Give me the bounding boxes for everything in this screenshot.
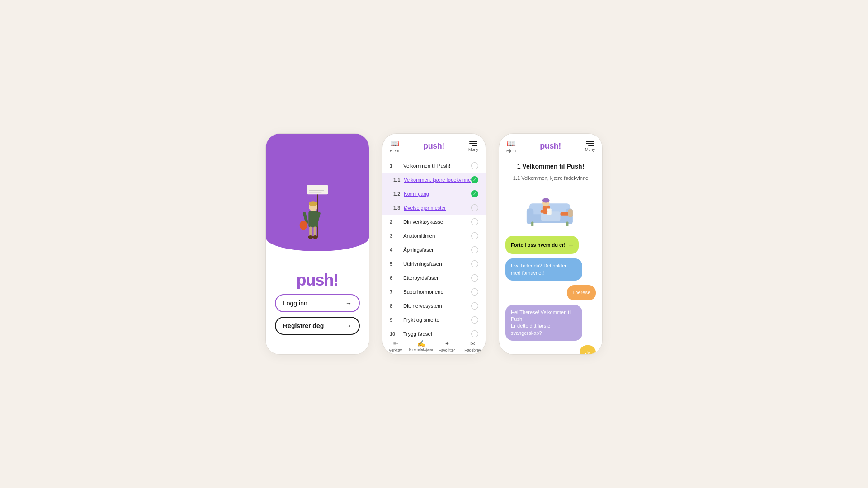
toc-item-8[interactable]: 8 Ditt nervesystem <box>382 299 486 313</box>
check-empty-icon <box>471 302 478 310</box>
chat-header: 📖 Hjem push! Meny <box>499 134 602 157</box>
nav-fodebrev[interactable]: ✉ Fødebrev <box>460 340 486 352</box>
menu-nav[interactable]: Meny <box>468 141 478 152</box>
check-empty-icon <box>471 288 478 296</box>
bubble-user-name: Therese <box>567 285 596 300</box>
svg-point-13 <box>300 221 307 230</box>
menu-icon-chat[interactable] <box>586 141 594 146</box>
couch-illustration <box>505 188 596 229</box>
book-icon-chat: 📖 <box>507 139 516 148</box>
check-empty-icon <box>471 232 478 239</box>
screen-login: push! Logg inn → Registrer deg → <box>265 133 369 355</box>
toc-item-1-1[interactable]: 1.1 Velkommen, kjære fødekvinne ✓ <box>382 173 486 187</box>
toc-item-7[interactable]: 7 Superhormonene <box>382 285 486 299</box>
toc-item-1-2[interactable]: 1.2 Kom i gang ✓ <box>382 187 486 201</box>
check-empty-icon <box>471 204 478 211</box>
toc-item-10[interactable]: 10 Trygg fødsel <box>382 327 486 337</box>
toc-item-1[interactable]: 1 Velkommen til Push! <box>382 159 486 173</box>
hero-illustration <box>297 182 338 251</box>
toc-item-9[interactable]: 9 Frykt og smerte <box>382 313 486 327</box>
verktoy-icon: ✏ <box>393 340 398 347</box>
svg-rect-20 <box>566 222 568 226</box>
chat-chapter-title: 1 Velkommen til Push! <box>505 163 596 170</box>
check-empty-icon <box>471 330 478 337</box>
svg-point-26 <box>542 198 549 202</box>
check-empty-icon <box>471 274 478 282</box>
svg-rect-1 <box>307 185 328 195</box>
bubble-question: Hva heter du? Det holder med fornavnet! <box>505 258 582 281</box>
home-nav[interactable]: 📖 Hjem <box>390 139 399 153</box>
svg-rect-23 <box>568 209 573 217</box>
check-empty-icon <box>471 162 478 169</box>
bottom-navigation: ✏ Verktøy ✍ Mine refleksjoner ✦ Favoritt… <box>382 337 486 354</box>
toc-header: 📖 Hjem push! Meny <box>382 134 486 157</box>
menu-nav-chat[interactable]: Meny <box>585 141 595 152</box>
app-logo-large: push! <box>297 271 339 290</box>
register-button[interactable]: Registrer deg → <box>275 317 360 335</box>
svg-point-6 <box>309 201 317 206</box>
app-logo-toc: push! <box>423 141 444 151</box>
check-empty-icon <box>471 260 478 267</box>
svg-point-10 <box>308 235 313 239</box>
menu-icon[interactable] <box>469 141 477 146</box>
toc-item-5[interactable]: 5 Utdrivningsfasen <box>382 257 486 271</box>
check-empty-icon <box>471 218 478 225</box>
toc-item-6[interactable]: 6 Etterbyrdsfasen <box>382 271 486 285</box>
toc-item-2[interactable]: 2 Din verktøykasse <box>382 215 486 229</box>
book-icon: 📖 <box>390 139 399 148</box>
login-hero <box>266 134 369 251</box>
favorites-icon: ✦ <box>444 340 450 347</box>
login-button[interactable]: Logg inn → <box>275 294 360 312</box>
screens-container: push! Logg inn → Registrer deg → 📖 Hjem … <box>265 133 603 355</box>
reflections-icon: ✍ <box>417 340 425 347</box>
svg-rect-19 <box>531 222 533 226</box>
minus-icon: – <box>569 240 573 250</box>
chat-chapter-subtitle: 1.1 Velkommen, kjære fødekvinne <box>505 175 596 181</box>
nav-verktoy[interactable]: ✏ Verktøy <box>382 340 408 352</box>
nav-favorites[interactable]: ✦ Favoritter <box>434 340 460 352</box>
app-logo-chat: push! <box>540 141 561 151</box>
svg-rect-28 <box>541 210 547 213</box>
check-empty-icon <box>471 246 478 253</box>
screen-chat: 📖 Hjem push! Meny 1 Velkommen til Push! … <box>499 133 603 355</box>
bubble-intro: Fortell oss hvem du er! – <box>505 236 579 254</box>
toc-item-3[interactable]: 3 Anatomitimen <box>382 229 486 243</box>
screen-toc: 📖 Hjem push! Meny 1 Velkommen til Push! <box>382 133 486 355</box>
toc-item-4[interactable]: 4 Åpningsfasen <box>382 243 486 257</box>
nav-reflections[interactable]: ✍ Mine refleksjoner <box>408 340 434 352</box>
toc-item-1-3[interactable]: 1.3 Øvelse gjør mester <box>382 201 486 215</box>
login-form: push! Logg inn → Registrer deg → <box>266 251 369 354</box>
check-empty-icon <box>471 316 478 324</box>
fodebrev-icon: ✉ <box>470 340 476 347</box>
chat-content: 1 Velkommen til Push! 1.1 Velkommen, kjæ… <box>499 157 602 354</box>
svg-point-11 <box>313 235 318 239</box>
bubble-user-yes: Ja <box>580 345 596 354</box>
home-nav-chat[interactable]: 📖 Hjem <box>506 139 516 153</box>
bubble-welcome: Hei Therese! Velkommen til Push! Er dett… <box>505 305 582 341</box>
check-done-icon: ✓ <box>471 176 478 183</box>
check-done-icon: ✓ <box>471 190 478 197</box>
toc-list: 1 Velkommen til Push! 1.1 Velkommen, kjæ… <box>382 157 486 337</box>
